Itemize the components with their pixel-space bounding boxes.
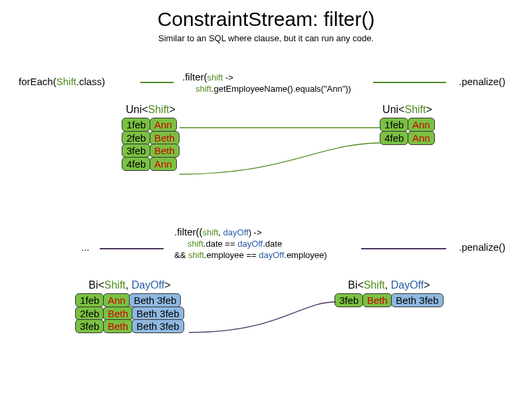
cell-employee: Ann	[408, 131, 435, 145]
bi-table-right: Bi<Shift, DayOff> 3feb Beth Beth 3feb	[335, 279, 443, 307]
cell-employee: Beth	[362, 293, 392, 307]
table-row: 3feb Beth Beth 3feb	[335, 294, 443, 307]
cell-date: 3feb	[75, 319, 104, 333]
page-title: ConstraintStream: filter()	[0, 0, 532, 31]
table-row: 2feb Beth Beth 3feb	[76, 307, 184, 321]
connector	[140, 82, 174, 83]
cell-employee: Ann	[103, 293, 130, 307]
cell-date: 4feb	[380, 131, 408, 145]
cell-employee: Beth	[150, 144, 180, 158]
table-row: 3feb Beth	[122, 144, 179, 158]
cell-date: 3feb	[334, 293, 363, 307]
uni-header: Uni<Shift>	[122, 104, 179, 116]
cell-date: 4feb	[122, 157, 150, 171]
table-row: 2feb Beth	[122, 132, 179, 145]
uni-table-right: Uni<Shift> 1feb Ann 4feb Ann	[380, 104, 434, 144]
cell-employee: Beth	[150, 131, 180, 145]
connector	[373, 82, 446, 83]
cell-dayoff: Beth 3feb	[391, 293, 443, 307]
bi-header: Bi<Shift, DayOff>	[76, 279, 184, 291]
table-row: 3feb Beth Beth 3feb	[76, 320, 184, 333]
cell-dayoff: Beth 3feb	[132, 319, 184, 333]
cell-employee: Ann	[408, 118, 435, 132]
table-row: 4feb Ann	[380, 132, 434, 145]
cell-date: 1feb	[75, 293, 104, 307]
table-row: 1feb Ann	[122, 118, 179, 132]
cell-date: 2feb	[122, 131, 150, 145]
table-row: 1feb Ann Beth 3feb	[76, 294, 184, 307]
cell-employee: Beth	[103, 307, 133, 321]
cell-date: 1feb	[122, 118, 150, 132]
cell-dayoff: Beth 3feb	[129, 293, 181, 307]
page-subtitle: Similar to an SQL where clause, but it c…	[0, 33, 532, 43]
uni-table-left: Uni<Shift> 1feb Ann 2feb Beth 3feb Beth …	[122, 104, 179, 170]
cell-employee: Ann	[150, 118, 177, 132]
chain1-penalize: .penalize()	[459, 76, 505, 87]
chain2-filter: .filter((shift, dayOff) -> shift.date ==…	[174, 226, 327, 260]
chain2-penalize: .penalize()	[459, 241, 505, 253]
cell-date: 1feb	[380, 118, 408, 132]
bi-table-left: Bi<Shift, DayOff> 1feb Ann Beth 3feb 2fe…	[76, 279, 184, 333]
cell-date: 2feb	[75, 307, 104, 321]
diagram-wires	[0, 0, 532, 399]
cell-employee: Beth	[103, 319, 133, 333]
bi-header: Bi<Shift, DayOff>	[335, 279, 443, 291]
chain2-ellipsis: ...	[81, 241, 90, 253]
chain1-foreach: forEach(Shift.class)	[19, 76, 105, 87]
chain1-filter: .filter(shift -> shift.getEmployeeName()…	[182, 71, 351, 94]
table-row: 4feb Ann	[122, 158, 179, 171]
table-row: 1feb Ann	[380, 118, 434, 132]
cell-dayoff: Beth 3feb	[132, 307, 184, 321]
cell-date: 3feb	[122, 144, 150, 158]
uni-header: Uni<Shift>	[380, 104, 434, 116]
cell-employee: Ann	[150, 157, 177, 171]
connector	[361, 248, 446, 249]
connector	[100, 248, 164, 249]
